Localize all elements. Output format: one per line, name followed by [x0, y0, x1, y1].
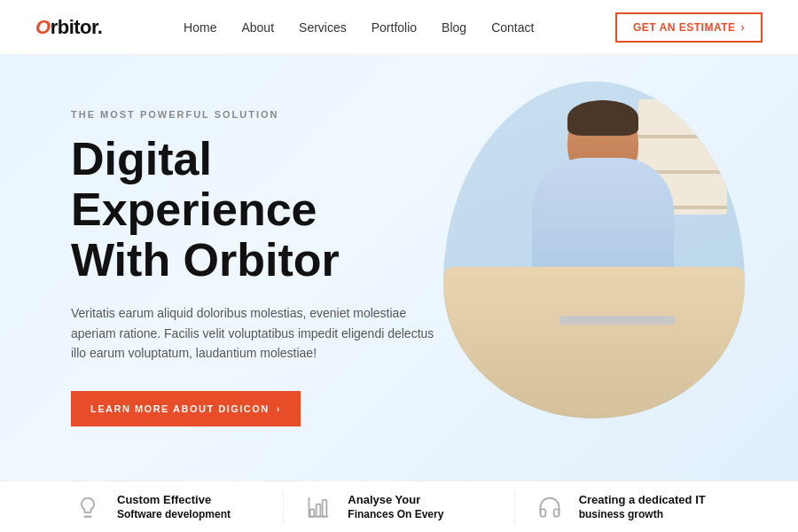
svg-rect-2 — [317, 504, 321, 516]
person-hair — [567, 100, 638, 136]
svg-rect-3 — [323, 499, 327, 516]
chart-icon — [301, 490, 335, 524]
logo-text: rbitor. — [51, 16, 103, 39]
learn-more-arrow-icon: › — [277, 403, 281, 414]
navbar: Orbitor. Home About Services Portfolio B… — [0, 0, 798, 55]
card-software-text: Custom Effective Software development — [117, 493, 231, 520]
feature-cards: Custom Effective Software development An… — [0, 481, 798, 532]
nav-blog[interactable]: Blog — [442, 20, 466, 35]
nav-contact[interactable]: Contact — [491, 20, 534, 35]
chart-svg — [306, 495, 331, 520]
card-software: Custom Effective Software development — [53, 490, 284, 524]
bulb-svg — [75, 495, 100, 520]
hero-person-illustration — [443, 82, 745, 419]
nav-services[interactable]: Services — [299, 20, 347, 35]
nav-about[interactable]: About — [241, 20, 274, 35]
bulb-icon — [71, 490, 105, 524]
laptop-illustration — [559, 316, 675, 325]
card-software-title2: Software development — [117, 508, 231, 520]
hero-title-line2: With Orbitor — [71, 234, 340, 286]
learn-more-button[interactable]: LEARN MORE ABOUT DIGICON › — [71, 391, 301, 426]
hero-title: Digital Experience With Orbitor — [71, 134, 443, 286]
hero-description: Veritatis earum aliquid doloribus molest… — [71, 303, 443, 363]
hero-subtitle: THE MOST POWERFUL SOLUTION — [71, 109, 443, 120]
plant-decoration — [696, 108, 723, 135]
hero-image — [443, 82, 745, 419]
nav-home[interactable]: Home — [184, 20, 216, 35]
card-finances-title1: Analyse Your — [348, 493, 443, 508]
card-it-title2: business growth — [579, 508, 706, 520]
card-finances-title2: Finances On Every — [348, 508, 443, 520]
estimate-label: GET AN ESTIMATE — [633, 21, 736, 34]
card-finances: Analyse Your Finances On Every — [284, 490, 514, 524]
learn-more-label: LEARN MORE ABOUT DIGICON — [90, 403, 270, 414]
card-it-title1: Creating a dedicated IT — [579, 493, 706, 508]
svg-rect-1 — [310, 509, 315, 516]
headset-icon — [533, 490, 567, 524]
nav-portfolio[interactable]: Portfolio — [372, 20, 417, 35]
card-software-title1: Custom Effective — [117, 493, 231, 508]
desk-area — [443, 267, 745, 419]
card-finances-text: Analyse Your Finances On Every — [348, 493, 443, 520]
headset-svg — [537, 495, 562, 520]
logo-icon: O — [35, 16, 51, 39]
nav-links: Home About Services Portfolio Blog Conta… — [184, 20, 534, 35]
card-it-text: Creating a dedicated IT business growth — [579, 493, 706, 520]
hero-section: THE MOST POWERFUL SOLUTION Digital Exper… — [0, 55, 798, 481]
hero-title-line1: Digital Experience — [71, 133, 317, 235]
card-it: Creating a dedicated IT business growth — [515, 490, 745, 524]
hero-content: THE MOST POWERFUL SOLUTION Digital Exper… — [0, 109, 443, 427]
logo[interactable]: Orbitor. — [35, 16, 102, 39]
estimate-button[interactable]: GET AN ESTIMATE › — [615, 12, 763, 43]
estimate-arrow-icon: › — [741, 21, 746, 34]
